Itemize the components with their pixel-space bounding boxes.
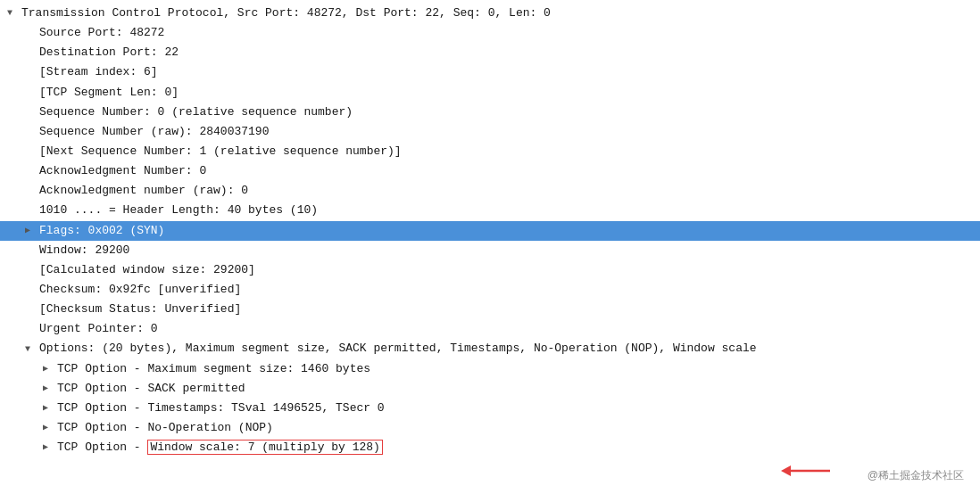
row-text-checksum-status: [Checksum Status: Unverified]: [39, 301, 241, 318]
row-tcp-header[interactable]: Transmission Control Protocol, Src Port:…: [0, 4, 980, 23]
row-text-src-port: Source Port: 48272: [39, 24, 164, 42]
boxed-text-opt-ws: Window scale: 7 (multiply by 128): [147, 440, 382, 455]
row-text-checksum: Checksum: 0x92fc [unverified]: [39, 281, 241, 299]
row-seq-num-raw: Sequence Number (raw): 2840037190: [0, 122, 980, 142]
row-ack-num-raw: Acknowledgment number (raw): 0: [0, 181, 980, 201]
row-tcp-seg-len: [TCP Segment Len: 0]: [0, 83, 980, 103]
row-opt-mss[interactable]: TCP Option - Maximum segment size: 1460 …: [0, 359, 980, 379]
row-text-opt-ws: TCP Option - Window scale: 7 (multiply b…: [57, 439, 383, 457]
expand-icon-flags[interactable]: [25, 224, 37, 238]
row-text-tcp-header: Transmission Control Protocol, Src Port:…: [21, 4, 551, 22]
row-text-ack-num: Acknowledgment Number: 0: [39, 162, 206, 180]
row-window: Window: 29200: [0, 241, 980, 260]
row-text-window: Window: 29200: [39, 242, 129, 259]
row-text-calc-window: [Calculated window size: 29200]: [39, 261, 255, 279]
row-text-opt-ts: TCP Option - Timestamps: TSval 1496525, …: [57, 399, 385, 417]
row-src-port: Source Port: 48272: [0, 23, 980, 43]
row-opt-ws[interactable]: TCP Option - Window scale: 7 (multiply b…: [0, 438, 980, 457]
row-opt-sack[interactable]: TCP Option - SACK permitted: [0, 379, 980, 399]
row-checksum: Checksum: 0x92fc [unverified]: [0, 280, 980, 300]
row-text-seq-num-raw: Sequence Number (raw): 2840037190: [39, 123, 269, 141]
row-header-length: 1010 .... = Header Length: 40 bytes (10): [0, 201, 980, 220]
expand-icon-opt-mss[interactable]: [43, 362, 55, 376]
row-opt-nop[interactable]: TCP Option - No-Operation (NOP): [0, 418, 980, 438]
row-text-tcp-seg-len: [TCP Segment Len: 0]: [39, 84, 179, 102]
row-ack-num: Acknowledgment Number: 0: [0, 161, 980, 181]
expand-icon-opt-sack[interactable]: [43, 382, 55, 396]
row-text-header-length: 1010 .... = Header Length: 40 bytes (10): [39, 202, 318, 219]
row-options[interactable]: Options: (20 bytes), Maximum segment siz…: [0, 339, 980, 358]
row-seq-num: Sequence Number: 0 (relative sequence nu…: [0, 103, 980, 122]
row-text-seq-num: Sequence Number: 0 (relative sequence nu…: [39, 103, 353, 121]
packet-detail-panel: Transmission Control Protocol, Src Port:…: [0, 0, 980, 494]
red-arrow-annotation: [777, 460, 839, 482]
expand-icon-opt-ws[interactable]: [43, 440, 55, 455]
row-flags[interactable]: Flags: 0x002 (SYN): [0, 221, 980, 241]
row-text-opt-sack: TCP Option - SACK permitted: [57, 380, 245, 398]
expand-icon-opt-ts[interactable]: [43, 401, 55, 416]
row-dst-port: Destination Port: 22: [0, 43, 980, 62]
row-text-dst-port: Destination Port: 22: [39, 44, 179, 62]
watermark: @稀土掘金技术社区: [868, 468, 964, 483]
row-stream-index: [Stream index: 6]: [0, 62, 980, 82]
row-checksum-status: [Checksum Status: Unverified]: [0, 300, 980, 319]
row-opt-ts[interactable]: TCP Option - Timestamps: TSval 1496525, …: [0, 399, 980, 418]
row-text-opt-nop: TCP Option - No-Operation (NOP): [57, 419, 273, 437]
row-calc-window: [Calculated window size: 29200]: [0, 260, 980, 280]
row-text-ack-num-raw: Acknowledgment number (raw): 0: [39, 182, 248, 200]
row-text-urgent-ptr: Urgent Pointer: 0: [39, 320, 158, 338]
row-next-seq: [Next Sequence Number: 1 (relative seque…: [0, 142, 980, 161]
svg-marker-1: [781, 465, 791, 476]
expand-icon-tcp-header[interactable]: [7, 6, 20, 21]
row-urgent-ptr: Urgent Pointer: 0: [0, 319, 980, 339]
expand-icon-opt-nop[interactable]: [43, 421, 55, 435]
row-text-stream-index: [Stream index: 6]: [39, 63, 158, 81]
row-text-flags: Flags: 0x002 (SYN): [39, 222, 164, 240]
row-text-next-seq: [Next Sequence Number: 1 (relative seque…: [39, 143, 402, 161]
expand-icon-options[interactable]: [25, 342, 37, 357]
row-text-options: Options: (20 bytes), Maximum segment siz…: [39, 340, 757, 358]
row-text-opt-mss: TCP Option - Maximum segment size: 1460 …: [57, 360, 370, 378]
